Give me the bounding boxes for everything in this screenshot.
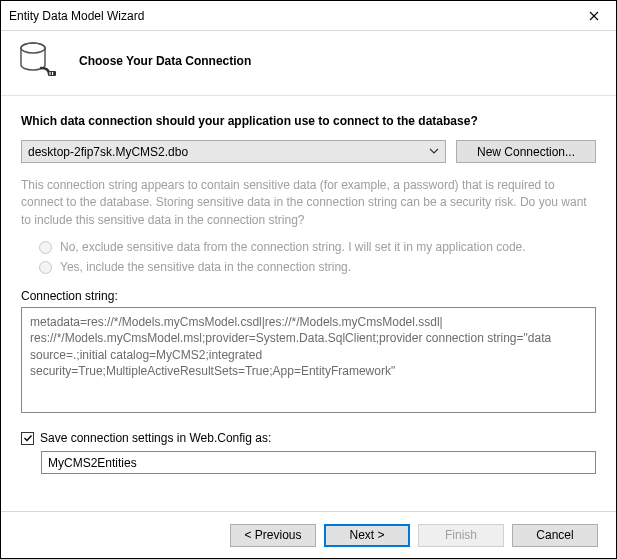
save-settings-label: Save connection settings in Web.Config a… (40, 431, 271, 445)
cancel-label: Cancel (536, 528, 573, 542)
close-button[interactable] (572, 1, 616, 31)
finish-button: Finish (418, 524, 504, 547)
radio-exclude-label: No, exclude sensitive data from the conn… (60, 240, 526, 254)
check-icon (23, 433, 33, 443)
radio-exclude (39, 241, 52, 254)
connection-row: desktop-2fip7sk.MyCMS2.dbo New Connectio… (21, 140, 596, 163)
next-button[interactable]: Next > (324, 524, 410, 547)
svg-rect-4 (52, 72, 53, 75)
connection-string-textarea[interactable] (21, 307, 596, 413)
window-title: Entity Data Model Wizard (9, 9, 572, 23)
sensitive-data-warning: This connection string appears to contai… (21, 177, 596, 229)
connection-dropdown[interactable]: desktop-2fip7sk.MyCMS2.dbo (21, 140, 446, 163)
new-connection-button[interactable]: New Connection... (456, 140, 596, 163)
wizard-header-title: Choose Your Data Connection (79, 54, 251, 68)
content-area: Which data connection should your applic… (1, 96, 616, 474)
wizard-header: Choose Your Data Connection (1, 31, 616, 95)
settings-name-input[interactable] (41, 451, 596, 474)
save-settings-row: Save connection settings in Web.Config a… (21, 431, 596, 445)
finish-label: Finish (445, 528, 477, 542)
new-connection-label: New Connection... (477, 145, 575, 159)
close-icon (589, 11, 599, 21)
chevron-down-icon (429, 145, 439, 159)
svg-rect-3 (50, 72, 51, 75)
next-label: Next > (349, 528, 384, 542)
question-label: Which data connection should your applic… (21, 114, 596, 128)
wizard-footer: < Previous Next > Finish Cancel (1, 511, 616, 558)
cancel-button[interactable]: Cancel (512, 524, 598, 547)
previous-button[interactable]: < Previous (230, 524, 316, 547)
radio-exclude-row: No, exclude sensitive data from the conn… (21, 237, 596, 257)
save-settings-checkbox[interactable] (21, 432, 34, 445)
radio-include-label: Yes, include the sensitive data in the c… (60, 260, 351, 274)
radio-include-row: Yes, include the sensitive data in the c… (21, 257, 596, 277)
database-icon (19, 41, 59, 81)
connection-dropdown-value: desktop-2fip7sk.MyCMS2.dbo (28, 145, 188, 159)
previous-label: < Previous (244, 528, 301, 542)
titlebar: Entity Data Model Wizard (1, 1, 616, 31)
radio-include (39, 261, 52, 274)
wizard-dialog: Entity Data Model Wizard Choose Your Dat… (0, 0, 617, 559)
connection-string-label: Connection string: (21, 289, 596, 303)
